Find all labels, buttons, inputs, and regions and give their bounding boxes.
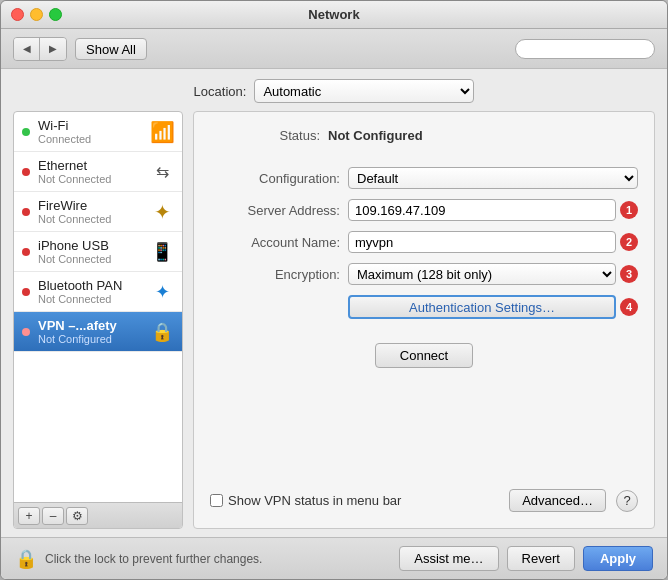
show-vpn-checkbox-label[interactable]: Show VPN status in menu bar bbox=[210, 493, 401, 508]
connect-row: Connect bbox=[210, 333, 638, 368]
sidebar-item-vpn-name: VPN –...afety bbox=[38, 318, 142, 333]
server-address-row: Server Address: 1 bbox=[210, 199, 638, 221]
location-select[interactable]: Automatic bbox=[254, 79, 474, 103]
status-dot-wifi bbox=[22, 128, 30, 136]
sidebar-item-wifi[interactable]: Wi-Fi Connected 📶 bbox=[14, 112, 182, 152]
account-name-label: Account Name: bbox=[210, 235, 340, 250]
ethernet-icon: ⇆ bbox=[150, 160, 174, 184]
encryption-row: Encryption: Maximum (128 bit only) 3 bbox=[210, 263, 638, 285]
show-all-button[interactable]: Show All bbox=[75, 38, 147, 60]
sidebar-item-wifi-status: Connected bbox=[38, 133, 142, 145]
traffic-lights bbox=[1, 8, 62, 21]
server-address-input[interactable] bbox=[348, 199, 616, 221]
account-name-input[interactable] bbox=[348, 231, 616, 253]
back-button[interactable]: ◀ bbox=[14, 38, 40, 60]
revert-button[interactable]: Revert bbox=[507, 546, 575, 571]
toolbar: ◀ ▶ Show All bbox=[1, 29, 667, 69]
firewire-icon: ✦ bbox=[150, 200, 174, 224]
connect-button[interactable]: Connect bbox=[375, 343, 473, 368]
bottom-options: Show VPN status in menu bar Advanced… ? bbox=[210, 479, 638, 512]
close-button[interactable] bbox=[11, 8, 24, 21]
bottom-bar: 🔒 Click the lock to prevent further chan… bbox=[1, 537, 667, 579]
remove-network-button[interactable]: – bbox=[42, 507, 64, 525]
sidebar-item-ethernet-status: Not Connected bbox=[38, 173, 142, 185]
account-name-badge: 2 bbox=[620, 233, 638, 251]
titlebar: Network bbox=[1, 1, 667, 29]
sidebar-item-vpn-status: Not Configured bbox=[38, 333, 142, 345]
search-input[interactable] bbox=[515, 39, 655, 59]
vpn-config-panel: Status: Not Configured Configuration: De… bbox=[193, 111, 655, 529]
help-button[interactable]: ? bbox=[616, 490, 638, 512]
sidebar-list: Wi-Fi Connected 📶 Ethernet Not Connected… bbox=[14, 112, 182, 502]
encryption-select[interactable]: Maximum (128 bit only) bbox=[348, 263, 616, 285]
vpn-form: Configuration: Default Server Address: 1… bbox=[210, 167, 638, 368]
apply-button[interactable]: Apply bbox=[583, 546, 653, 571]
bottom-actions: Assist me… Revert Apply bbox=[399, 546, 653, 571]
configuration-select[interactable]: Default bbox=[348, 167, 638, 189]
status-dot-bluetooth bbox=[22, 288, 30, 296]
wifi-icon: 📶 bbox=[150, 120, 174, 144]
status-dot-firewire bbox=[22, 208, 30, 216]
nav-buttons: ◀ ▶ bbox=[13, 37, 67, 61]
add-network-button[interactable]: + bbox=[18, 507, 40, 525]
main-content: Wi-Fi Connected 📶 Ethernet Not Connected… bbox=[1, 111, 667, 537]
iphone-icon: 📱 bbox=[150, 240, 174, 264]
window-title: Network bbox=[308, 7, 359, 22]
status-dot-iphone bbox=[22, 248, 30, 256]
sidebar-item-iphone[interactable]: iPhone USB Not Connected 📱 bbox=[14, 232, 182, 272]
location-bar: Location: Automatic bbox=[1, 69, 667, 111]
status-dot-ethernet bbox=[22, 168, 30, 176]
sidebar-item-iphone-status: Not Connected bbox=[38, 253, 142, 265]
sidebar-item-bluetooth-name: Bluetooth PAN bbox=[38, 278, 142, 293]
forward-button[interactable]: ▶ bbox=[40, 38, 66, 60]
minimize-button[interactable] bbox=[30, 8, 43, 21]
location-label: Location: bbox=[194, 84, 247, 99]
status-row: Status: Not Configured bbox=[210, 128, 638, 143]
network-preferences-window: Network ◀ ▶ Show All Location: Automatic… bbox=[0, 0, 668, 580]
bluetooth-icon: ✦ bbox=[150, 280, 174, 304]
configuration-row: Configuration: Default bbox=[210, 167, 638, 189]
server-address-label: Server Address: bbox=[210, 203, 340, 218]
sidebar: Wi-Fi Connected 📶 Ethernet Not Connected… bbox=[13, 111, 183, 529]
sidebar-toolbar: + – ⚙ bbox=[14, 502, 182, 528]
show-vpn-label: Show VPN status in menu bar bbox=[228, 493, 401, 508]
encryption-badge: 3 bbox=[620, 265, 638, 283]
server-address-badge: 1 bbox=[620, 201, 638, 219]
auth-settings-row: Authentication Settings… 4 bbox=[210, 295, 638, 319]
status-label: Status: bbox=[210, 128, 320, 143]
sidebar-item-vpn[interactable]: VPN –...afety Not Configured 🔒 bbox=[14, 312, 182, 352]
sidebar-item-ethernet[interactable]: Ethernet Not Connected ⇆ bbox=[14, 152, 182, 192]
status-value: Not Configured bbox=[328, 128, 423, 143]
maximize-button[interactable] bbox=[49, 8, 62, 21]
sidebar-item-bluetooth-status: Not Connected bbox=[38, 293, 142, 305]
advanced-button[interactable]: Advanced… bbox=[509, 489, 606, 512]
vpn-icon: 🔒 bbox=[150, 320, 174, 344]
auth-settings-badge: 4 bbox=[620, 298, 638, 316]
sidebar-item-firewire-name: FireWire bbox=[38, 198, 142, 213]
account-name-row: Account Name: 2 bbox=[210, 231, 638, 253]
settings-menu-button[interactable]: ⚙ bbox=[66, 507, 88, 525]
show-vpn-checkbox[interactable] bbox=[210, 494, 223, 507]
auth-settings-button[interactable]: Authentication Settings… bbox=[348, 295, 616, 319]
lock-icon[interactable]: 🔒 bbox=[15, 548, 37, 570]
sidebar-item-firewire[interactable]: FireWire Not Connected ✦ bbox=[14, 192, 182, 232]
sidebar-item-bluetooth[interactable]: Bluetooth PAN Not Connected ✦ bbox=[14, 272, 182, 312]
sidebar-item-ethernet-name: Ethernet bbox=[38, 158, 142, 173]
status-dot-vpn bbox=[22, 328, 30, 336]
sidebar-item-iphone-name: iPhone USB bbox=[38, 238, 142, 253]
encryption-label: Encryption: bbox=[210, 267, 340, 282]
configuration-label: Configuration: bbox=[210, 171, 340, 186]
sidebar-item-wifi-name: Wi-Fi bbox=[38, 118, 142, 133]
sidebar-item-firewire-status: Not Connected bbox=[38, 213, 142, 225]
lock-label: Click the lock to prevent further change… bbox=[45, 552, 262, 566]
assist-me-button[interactable]: Assist me… bbox=[399, 546, 498, 571]
